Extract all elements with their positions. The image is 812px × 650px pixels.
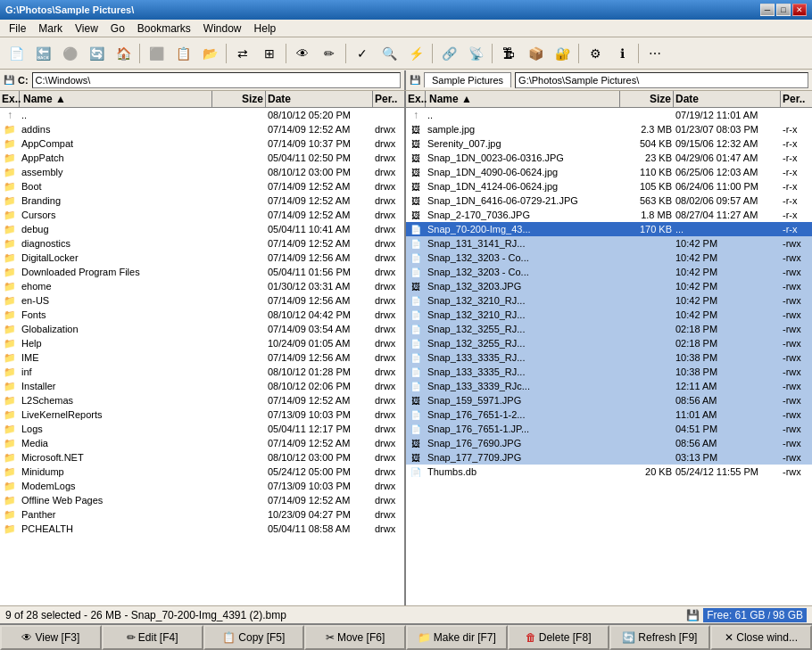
close-button[interactable]: ✕ [792, 4, 807, 16]
left-header-name[interactable]: Name ▲ [20, 91, 212, 107]
toolbar-back[interactable]: 🔙 [30, 41, 55, 66]
left-file-row[interactable]: 📁 Branding 07/14/09 12:52 AM drwx [0, 193, 404, 208]
left-file-row[interactable]: 📁 Boot 07/14/09 12:52 AM drwx [0, 179, 404, 193]
left-file-row[interactable]: 📁 diagnostics 07/14/09 12:52 AM drwx [0, 236, 404, 251]
right-file-row[interactable]: 📄 Thumbs.db 20 KB 05/24/12 11:55 PM -rwx [406, 465, 812, 479]
left-file-row[interactable]: 📁 debug 05/04/11 10:41 AM drwx [0, 222, 404, 236]
bottom-btn-view--f3-[interactable]: 👁View [F3] [0, 625, 102, 650]
toolbar-home[interactable]: 🏠 [111, 41, 136, 66]
left-file-row[interactable]: 📁 Installer 08/10/12 02:06 PM drwx [0, 379, 404, 393]
right-file-row[interactable]: 📄 Snap_132_3203 - Co... 10:42 PM -rwx [406, 251, 812, 265]
right-file-row[interactable]: 📄 Snap_132_3203 - Co... 10:42 PM -rwx [406, 265, 812, 279]
left-header-date[interactable]: Date [266, 91, 373, 107]
right-header-size[interactable]: Size [620, 91, 674, 107]
toolbar-extract[interactable]: 📦 [523, 41, 548, 66]
toolbar-refresh[interactable]: 🔄 [84, 41, 109, 66]
right-header-date[interactable]: Date [674, 91, 781, 107]
right-file-row[interactable]: 🖼 Snap_1DN_4124-06-0624.jpg 105 KB 06/24… [406, 179, 812, 193]
bottom-btn-move--f6-[interactable]: ✂Move [F6] [304, 625, 406, 650]
left-file-row[interactable]: 📁 Globalization 07/14/09 03:54 AM drwx [0, 322, 404, 336]
toolbar-connect[interactable]: 🔗 [436, 41, 461, 66]
right-file-row[interactable]: 🖼 Snap_176_7690.JPG 08:56 AM -rwx [406, 436, 812, 450]
left-file-row[interactable]: 📁 AppCompat 07/14/09 10:37 PM drwx [0, 136, 404, 151]
right-file-row[interactable]: 🖼 Snap_132_3203.JPG 10:42 PM -rwx [406, 279, 812, 293]
left-file-row[interactable]: 📁 DigitalLocker 07/14/09 12:56 AM drwx [0, 251, 404, 265]
toolbar-find[interactable]: 🔍 [377, 41, 402, 66]
left-address-input[interactable] [32, 72, 401, 88]
left-file-row[interactable]: 📁 Microsoft.NET 08/10/12 03:00 PM drwx [0, 450, 404, 465]
left-file-row[interactable]: 📁 Help 10/24/09 01:05 AM drwx [0, 336, 404, 350]
toolbar-forward-disabled[interactable]: ⚫ [57, 41, 82, 66]
menu-help[interactable]: Help [249, 21, 282, 36]
left-file-row[interactable]: 📁 assembly 08/10/12 03:00 PM drwx [0, 165, 404, 179]
right-file-row[interactable]: 📄 Snap_132_3210_RJ... 10:42 PM -rwx [406, 308, 812, 322]
bottom-btn-edit--f4-[interactable]: ✏Edit [F4] [102, 625, 203, 650]
left-file-row[interactable]: 📁 PCHEALTH 05/04/11 08:58 AM drwx [0, 522, 404, 536]
right-file-row[interactable]: 📄 Snap_132_3210_RJ... 10:42 PM -rwx [406, 293, 812, 308]
right-header-name[interactable]: Name ▲ [426, 91, 620, 107]
bottom-btn-copy--f5-[interactable]: 📋Copy [F5] [203, 625, 305, 650]
bottom-btn-close-wind---[interactable]: ✕Close wind... [710, 625, 812, 650]
left-file-row[interactable]: 📁 addins 07/14/09 12:52 AM drwx [0, 122, 404, 136]
left-file-row[interactable]: 📁 Downloaded Program Files 05/04/11 01:5… [0, 265, 404, 279]
right-file-row[interactable]: 📄 Snap_176_7651-1.JP... 04:51 PM -rwx [406, 422, 812, 436]
right-file-row[interactable]: 📄 Snap_131_3141_RJ... 10:42 PM -rwx [406, 236, 812, 251]
toolbar-mark[interactable]: ✓ [350, 41, 375, 66]
left-file-row[interactable]: 📁 ehome 01/30/12 03:31 AM drwx [0, 279, 404, 293]
toolbar-view[interactable]: 👁 [290, 41, 315, 66]
toolbar-encrypt[interactable]: 🔐 [550, 41, 575, 66]
menu-go[interactable]: Go [105, 21, 130, 36]
menu-view[interactable]: View [70, 21, 104, 36]
left-file-row[interactable]: 📁 Offline Web Pages 07/14/09 12:52 AM dr… [0, 493, 404, 507]
right-file-row[interactable]: 📄 Snap_132_3255_RJ... 02:18 PM -rwx [406, 336, 812, 350]
left-file-row[interactable]: 📁 ModemLogs 07/13/09 10:03 PM drwx [0, 479, 404, 493]
toolbar-compare[interactable]: ⊞ [257, 41, 282, 66]
right-file-row[interactable]: 🖼 Snap_1DN_0023-06-0316.JPG 23 KB 04/29/… [406, 151, 812, 165]
maximize-button[interactable]: □ [776, 4, 791, 16]
right-tab[interactable]: Sample Pictures [424, 72, 511, 87]
right-file-row[interactable]: 📄 Snap_133_3335_RJ... 10:38 PM -rwx [406, 365, 812, 379]
right-file-row[interactable]: 📄 Snap_133_3339_RJc... 12:11 AM -rwx [406, 379, 812, 393]
toolbar-more[interactable]: ⋯ [642, 41, 667, 66]
bottom-btn-make-dir--f7-[interactable]: 📁Make dir [F7] [406, 625, 508, 650]
toolbar-disconnect[interactable]: 📡 [463, 41, 488, 66]
toolbar-btn5[interactable]: ⬛ [144, 41, 169, 66]
toolbar-sync[interactable]: ⇄ [230, 41, 255, 66]
left-file-list[interactable]: ↑ .. 08/10/12 05:20 PM 📁 addins 07/14/09… [0, 108, 404, 605]
menu-bookmarks[interactable]: Bookmarks [132, 21, 196, 36]
right-file-row[interactable]: 📄 Snap_70-200-Img_43... 170 KB ... -r-x [406, 222, 812, 236]
bottom-btn-delete--f8-[interactable]: 🗑Delete [F8] [508, 625, 609, 650]
right-file-row[interactable]: 📄 Snap_133_3335_RJ... 10:38 PM -rwx [406, 350, 812, 365]
left-file-row[interactable]: 📁 L2Schemas 07/14/09 12:52 AM drwx [0, 393, 404, 407]
left-header-size[interactable]: Size [212, 91, 266, 107]
left-file-row[interactable]: 📁 LiveKernelReports 07/13/09 10:03 PM dr… [0, 407, 404, 422]
left-file-row[interactable]: 📁 Fonts 08/10/12 04:42 PM drwx [0, 308, 404, 322]
right-file-row[interactable]: 🖼 Snap_1DN_6416-06-0729-21.JPG 563 KB 08… [406, 193, 812, 208]
left-file-row[interactable]: 📁 Logs 05/04/11 12:17 PM drwx [0, 422, 404, 436]
right-file-row[interactable]: 🖼 Snap_177_7709.JPG 03:13 PM -rwx [406, 450, 812, 465]
left-file-row[interactable]: 📁 AppPatch 05/04/11 02:50 PM drwx [0, 151, 404, 165]
toolbar-archive[interactable]: 🗜 [496, 41, 521, 66]
left-file-row[interactable]: 📁 en-US 07/14/09 12:56 AM drwx [0, 293, 404, 308]
toolbar-settings[interactable]: ⚙ [583, 41, 608, 66]
right-file-row[interactable]: ↑ .. 07/19/12 11:01 AM [406, 108, 812, 122]
right-file-row[interactable]: 🖼 Snap_2-170_7036.JPG 1.8 MB 08/27/04 11… [406, 208, 812, 222]
right-file-list[interactable]: ↑ .. 07/19/12 11:01 AM 🖼 sample.jpg 2.3 … [406, 108, 812, 605]
bottom-btn-refresh--f9-[interactable]: 🔄Refresh [F9] [609, 625, 711, 650]
right-file-row[interactable]: 📄 Snap_132_3255_RJ... 02:18 PM -rwx [406, 322, 812, 336]
toolbar-info[interactable]: ℹ [609, 41, 634, 66]
right-file-row[interactable]: 🖼 Snap_1DN_4090-06-0624.jpg 110 KB 06/25… [406, 165, 812, 179]
left-file-row[interactable]: 📁 Panther 10/23/09 04:27 PM drwx [0, 507, 404, 522]
minimize-button[interactable]: ─ [760, 4, 775, 16]
menu-mark[interactable]: Mark [33, 21, 68, 36]
right-address-input[interactable] [515, 72, 808, 88]
toolbar-edit[interactable]: ✏ [317, 41, 342, 66]
left-file-row[interactable]: 📁 inf 08/10/12 01:28 PM drwx [0, 365, 404, 379]
left-file-row[interactable]: ↑ .. 08/10/12 05:20 PM [0, 108, 404, 122]
left-file-row[interactable]: 📁 IME 07/14/09 12:56 AM drwx [0, 350, 404, 365]
left-file-row[interactable]: 📁 Media 07/14/09 12:52 AM drwx [0, 436, 404, 450]
right-file-row[interactable]: 🖼 sample.jpg 2.3 MB 01/23/07 08:03 PM -r… [406, 122, 812, 136]
left-file-row[interactable]: 📁 Cursors 07/14/09 12:52 AM drwx [0, 208, 404, 222]
toolbar-new[interactable]: 📄 [4, 41, 29, 66]
toolbar-copy[interactable]: 📋 [170, 41, 195, 66]
